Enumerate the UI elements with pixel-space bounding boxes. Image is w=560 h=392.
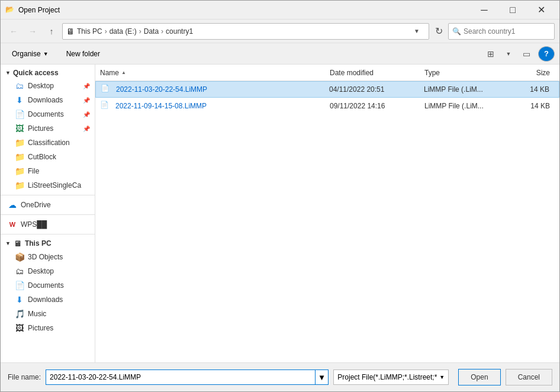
quick-access-header[interactable]: ▼ Quick access — [1, 67, 95, 79]
sidebar-item-listreet[interactable]: 📁 LiStreetSingleCa — [1, 178, 95, 192]
view-toggle-button[interactable]: ⊞ — [482, 46, 499, 62]
address-bar[interactable]: 🖥 This PC › data (E:) › Data › country1 … — [62, 23, 429, 40]
organise-button[interactable]: Organise ▼ — [5, 46, 55, 62]
sidebar-item-documents-pinned[interactable]: 📄 Documents 📌 — [1, 107, 95, 121]
sidebar-item-documents-thispc[interactable]: 📄 Documents — [1, 278, 95, 293]
quick-access-label: Quick access — [13, 69, 59, 77]
filetype-value: Project File(*.LiMMP;*.Listreet;* — [337, 373, 437, 381]
sidebar-label-wps: WPS██ — [21, 220, 47, 229]
sidebar-item-wps[interactable]: W WPS██ — [1, 217, 95, 232]
file-size-2: 14 KB — [530, 102, 550, 110]
open-button[interactable]: Open — [458, 369, 500, 385]
address-part-drive[interactable]: data (E:) — [110, 27, 137, 36]
file-type-col-2: LiMMP File (.LiM... — [424, 102, 507, 110]
title-bar: 📂 Open Project ─ □ ✕ — [1, 1, 559, 20]
sidebar-item-cutblock[interactable]: 📁 CutBlock — [1, 150, 95, 164]
pictures-thispc-icon: 🖼 — [15, 323, 24, 333]
sidebar-label-documents-thispc: Documents — [28, 281, 64, 290]
sidebar-label-desktop-pinned: Desktop — [28, 82, 54, 90]
maximize-button[interactable]: □ — [499, 1, 526, 19]
file-icon-1: 📄 — [101, 84, 111, 95]
divider-3 — [1, 234, 95, 234]
classification-icon: 📁 — [15, 138, 24, 147]
column-type[interactable]: Type — [424, 69, 507, 77]
address-part-data[interactable]: Data — [144, 27, 159, 36]
sidebar-item-downloads-pinned[interactable]: ⬇ Downloads 📌 — [1, 93, 95, 107]
sidebar-label-downloads-pinned: Downloads — [28, 96, 63, 104]
search-icon: 🔍 — [452, 27, 461, 36]
this-pc-label: This PC — [25, 239, 52, 248]
divider-1 — [1, 195, 95, 195]
desktop-thispc-icon: 🗂 — [15, 266, 24, 276]
sidebar-item-onedrive[interactable]: ☁ OneDrive — [1, 198, 95, 212]
sidebar-label-classification: Classification — [28, 139, 70, 147]
sidebar-item-file[interactable]: 📁 File — [1, 164, 95, 178]
file-date-col-1: 04/11/2022 20:51 — [329, 85, 424, 94]
file-row-2[interactable]: 📄 2022-11-09-14-15-08.LiMMP 09/11/2022 1… — [95, 98, 559, 114]
sidebar-label-pictures-thispc: Pictures — [28, 324, 53, 332]
file-size-col-2: 14 KB — [507, 102, 555, 110]
this-pc-chevron: ▼ — [5, 240, 11, 246]
this-pc-icon: 🖥 — [13, 239, 22, 248]
new-folder-button[interactable]: New folder — [60, 46, 107, 62]
pin-icon-downloads: 📌 — [83, 97, 90, 104]
sidebar-item-pictures-thispc[interactable]: 🖼 Pictures — [1, 321, 95, 335]
filename-dropdown-button[interactable]: ▼ — [316, 369, 329, 385]
sidebar-label-3dobjects: 3D Objects — [28, 253, 63, 261]
file-date-1: 04/11/2022 20:51 — [329, 85, 384, 94]
listreet-icon: 📁 — [15, 181, 24, 190]
close-button[interactable]: ✕ — [527, 1, 555, 19]
pin-icon-desktop: 📌 — [83, 83, 90, 89]
cancel-button[interactable]: Cancel — [506, 369, 552, 385]
back-button[interactable]: ← — [5, 23, 22, 40]
dialog-buttons: Open Cancel — [458, 369, 552, 385]
up-button[interactable]: ↑ — [43, 23, 60, 40]
minimize-button[interactable]: ─ — [471, 1, 498, 19]
divider-2 — [1, 214, 95, 215]
documents-pinned-icon: 📄 — [15, 110, 24, 119]
sidebar-label-music: Music — [28, 310, 46, 318]
filename-input[interactable] — [46, 369, 316, 385]
sidebar-item-downloads-thispc[interactable]: ⬇ Downloads — [1, 293, 95, 307]
sidebar-item-desktop-thispc[interactable]: 🗂 Desktop — [1, 264, 95, 278]
file-name-1: 2022-11-03-20-22-54.LiMMP — [116, 85, 329, 94]
preview-pane-button[interactable]: ▭ — [518, 46, 535, 62]
sidebar-item-desktop-pinned[interactable]: 🗂 Desktop 📌 — [1, 79, 95, 93]
file-list-header: Name ▲ Date modified Type Size — [95, 65, 559, 81]
sort-arrow-name: ▲ — [121, 70, 126, 75]
filetype-dropdown[interactable]: Project File(*.LiMMP;*.Listreet;* ▼ — [333, 369, 449, 385]
desktop-pinned-icon: 🗂 — [15, 81, 24, 91]
address-icon: 🖥 — [66, 27, 75, 36]
new-folder-label: New folder — [66, 50, 100, 58]
refresh-button[interactable]: ↻ — [432, 24, 446, 38]
sidebar-item-pictures-pinned[interactable]: 🖼 Pictures 📌 — [1, 121, 95, 136]
column-size[interactable]: Size — [507, 69, 555, 77]
this-pc-header[interactable]: ▼ 🖥 This PC — [1, 237, 95, 250]
address-part-current[interactable]: country1 — [166, 27, 193, 36]
dialog-title: Open Project — [18, 6, 471, 14]
address-path: This PC › data (E:) › Data › country1 — [77, 27, 406, 36]
search-input[interactable] — [464, 27, 551, 36]
documents-thispc-icon: 📄 — [15, 281, 24, 290]
sidebar-label-desktop-thispc: Desktop — [28, 267, 54, 275]
file-type-1: LiMMP File (.LiM... — [424, 85, 483, 94]
search-box: 🔍 — [448, 23, 555, 40]
file-row-1[interactable]: 📄 2022-11-03-20-22-54.LiMMP 04/11/2022 2… — [95, 81, 559, 98]
sidebar-label-documents-pinned: Documents — [28, 110, 64, 118]
col-type-label: Type — [424, 69, 440, 77]
filename-label: File name: — [8, 373, 41, 381]
column-date[interactable]: Date modified — [330, 69, 424, 77]
help-button[interactable]: ? — [538, 46, 555, 62]
sidebar-item-music[interactable]: 🎵 Music — [1, 307, 95, 321]
sidebar-label-downloads-thispc: Downloads — [28, 295, 63, 304]
address-part-thispc[interactable]: This PC — [77, 27, 102, 36]
column-name[interactable]: Name ▲ — [100, 69, 330, 77]
forward-button[interactable]: → — [24, 23, 41, 40]
cutblock-icon: 📁 — [15, 152, 24, 162]
file-type-2: LiMMP File (.LiM... — [424, 102, 484, 110]
view-dropdown-button[interactable]: ▼ — [500, 46, 517, 62]
sidebar-item-classification[interactable]: 📁 Classification — [1, 136, 95, 150]
dialog-icon: 📂 — [5, 5, 15, 15]
address-dropdown-button[interactable]: ▼ — [408, 23, 425, 40]
sidebar-item-3dobjects[interactable]: 📦 3D Objects — [1, 250, 95, 264]
